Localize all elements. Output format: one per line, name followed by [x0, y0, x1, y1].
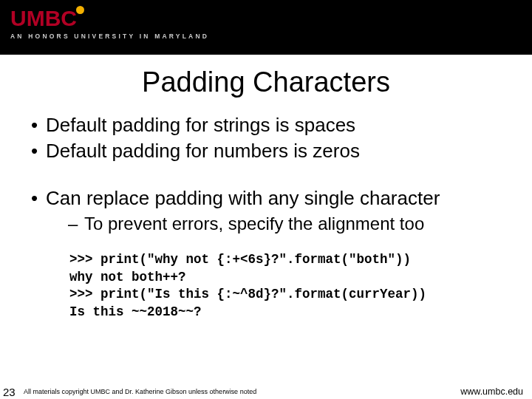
page-number: 23 [0, 386, 21, 398]
code-line: why not both++? [69, 270, 186, 284]
logo-text: UMBC [10, 6, 77, 31]
sun-icon [76, 6, 84, 14]
spacer [27, 166, 505, 186]
bullet-item: Can replace padding with any single char… [27, 186, 505, 235]
footer: 23 All materials copyright UMBC and Dr. … [0, 384, 532, 399]
bullet-item: Default padding for strings is spaces [27, 113, 505, 137]
bullet-text: Can replace padding with any single char… [46, 187, 440, 209]
slide-title: Padding Characters [0, 66, 532, 98]
code-block: >>> print("why not {:+<6s}?".format("bot… [69, 251, 505, 321]
bullet-list: Default padding for strings is spaces De… [27, 113, 505, 164]
copyright-text: All materials copyright UMBC and Dr. Kat… [21, 388, 460, 395]
bullet-list: Can replace padding with any single char… [27, 186, 505, 235]
content-area: Default padding for strings is spaces De… [0, 98, 532, 399]
logo: UMBC [10, 6, 532, 31]
header-band: UMBC AN HONORS UNIVERSITY IN MARYLAND [0, 0, 532, 55]
sub-bullet-item: To prevent errors, specify the alignment… [46, 212, 505, 235]
bullet-item: Default padding for numbers is zeros [27, 139, 505, 163]
slide: UMBC AN HONORS UNIVERSITY IN MARYLAND Pa… [0, 0, 532, 399]
tagline: AN HONORS UNIVERSITY IN MARYLAND [10, 33, 532, 40]
sub-bullet-list: To prevent errors, specify the alignment… [46, 212, 505, 235]
code-line: >>> print("Is this {:~^8d}?".format(curr… [69, 287, 426, 301]
code-line: >>> print("why not {:+<6s}?".format("bot… [69, 252, 411, 267]
code-line: Is this ~~2018~~? [69, 304, 202, 319]
footer-url: www.umbc.edu [460, 386, 532, 397]
